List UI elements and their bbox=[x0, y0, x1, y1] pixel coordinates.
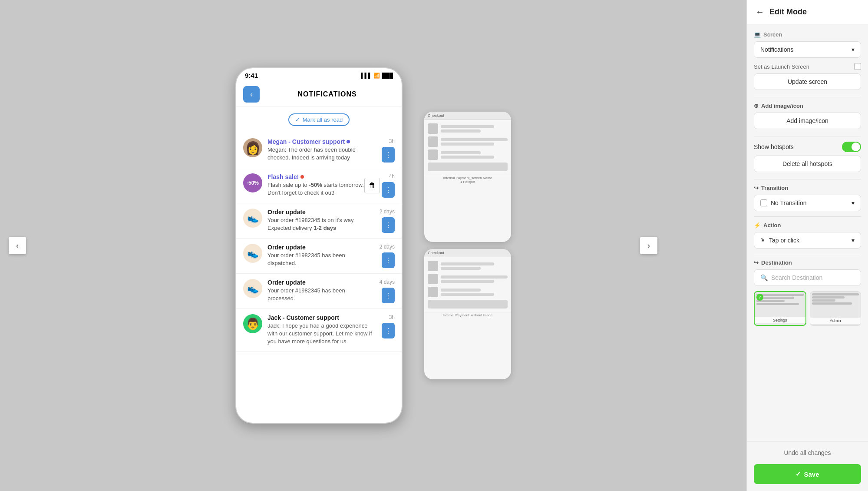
right-panel-back-button[interactable]: ← bbox=[756, 7, 764, 17]
launch-screen-checkbox[interactable] bbox=[854, 63, 861, 70]
screen-section-label: 💻 Screen bbox=[754, 31, 861, 38]
notif-sender-jack: Jack - Customer support bbox=[267, 314, 376, 321]
notification-item-order2: 👟 Order update Your order #1982345 has b… bbox=[236, 239, 402, 274]
phone-mockup-primary: 9:41 ▌▌▌ 📶 ███ ‹ NOTIFICATIONS ✓ Mark al… bbox=[235, 67, 403, 424]
notification-item-order3: 👟 Order update Your order #1982345 has b… bbox=[236, 274, 402, 309]
action-label-text: Action bbox=[763, 222, 781, 229]
secondary-phone-2-content bbox=[424, 257, 511, 312]
search-destination-input[interactable]: 🔍 Search Destination bbox=[754, 269, 861, 286]
notif-text-megan: Megan: The order has been double checked… bbox=[267, 146, 376, 162]
shoe-icon-3: 👟 bbox=[247, 283, 259, 294]
status-time: 9:41 bbox=[245, 72, 258, 79]
screen-label-text: Screen bbox=[763, 31, 782, 38]
notif-menu-button-megan[interactable]: ⋮ bbox=[382, 147, 395, 163]
dest-thumb-check-icon: ✓ bbox=[756, 294, 763, 301]
notifications-list: 👩 Megan - Customer support Megan: The or… bbox=[236, 133, 402, 424]
notif-text-order1: Your order #1982345 is on it's way. Expe… bbox=[267, 216, 374, 232]
transition-chevron-icon: ▾ bbox=[851, 199, 855, 206]
screen-dropdown-value: Notifications bbox=[760, 46, 793, 53]
flash-sale-label: Flash sale! bbox=[267, 173, 299, 180]
plus-circle-icon: ⊕ bbox=[754, 103, 759, 109]
action-dropdown[interactable]: 🖱 Tap or click ▾ bbox=[754, 232, 861, 249]
notif-menu-button-order3[interactable]: ⋮ bbox=[382, 288, 395, 303]
action-section-label: ⚡ Action bbox=[754, 222, 861, 229]
shoe-icon-2: 👟 bbox=[247, 248, 259, 259]
secondary-phone-1[interactable]: Checkout bbox=[424, 112, 511, 242]
status-icons: ▌▌▌ 📶 ███ bbox=[361, 73, 393, 79]
secondary-phone-1-label: Checkout bbox=[424, 112, 511, 120]
save-button[interactable]: ✓ Save bbox=[754, 464, 861, 484]
phone-back-button[interactable]: ‹ bbox=[243, 86, 260, 103]
no-transition-checkbox bbox=[760, 199, 767, 206]
dest-thumb-admin-content bbox=[810, 292, 861, 306]
notif-sender-order3: Order update bbox=[267, 279, 374, 286]
right-panel: ← Edit Mode 💻 Screen Notifications ▾ Set… bbox=[746, 0, 868, 491]
chevron-down-icon: ▾ bbox=[851, 46, 855, 53]
mark-all-read-label: Mark all as read bbox=[303, 116, 343, 123]
secondary-phone-2[interactable]: Checkout bbox=[424, 249, 511, 379]
notif-menu-button-jack[interactable]: ⋮ bbox=[382, 323, 395, 338]
delete-overlay-button[interactable]: 🗑 bbox=[364, 178, 380, 193]
notif-sender-megan: Megan - Customer support bbox=[267, 138, 376, 145]
transition-dropdown[interactable]: No Transition ▾ bbox=[754, 195, 861, 211]
cursor-icon: 🖱 bbox=[760, 237, 766, 243]
divider-4 bbox=[754, 216, 861, 217]
notification-item-order1: 👟 Order update Your order #1982345 is on… bbox=[236, 203, 402, 239]
wifi-icon: 📶 bbox=[373, 73, 380, 79]
jack-face-icon: 👨 bbox=[246, 317, 260, 331]
battery-icon: ███ bbox=[382, 73, 393, 79]
divider-3 bbox=[754, 179, 861, 179]
secondary-phone-1-hotspot-label: Internal Payment_screen Name1 Hotspot bbox=[424, 175, 511, 185]
sale-label: -50% bbox=[247, 180, 259, 186]
transition-dropdown-value: No Transition bbox=[771, 199, 806, 206]
dest-thumb-settings[interactable]: ✓ Settings bbox=[754, 291, 806, 326]
destination-icon: ↪ bbox=[754, 259, 759, 266]
notification-item-jack: 👨 Jack - Customer support Jack: I hope y… bbox=[236, 309, 402, 352]
undo-button[interactable]: Undo all changes bbox=[754, 445, 861, 461]
notif-menu-button-order2[interactable]: ⋮ bbox=[382, 252, 395, 268]
notification-item-flash-sale: -50% Flash sale! Flash sale up to -50% s… bbox=[236, 168, 402, 203]
notif-content-order3: Order update Your order #1982345 has bee… bbox=[267, 279, 374, 302]
phone-screen-title: NOTIFICATIONS bbox=[260, 90, 395, 98]
megan-avatar: 👩 bbox=[243, 138, 262, 157]
notif-content-order1: Order update Your order #1982345 is on i… bbox=[267, 209, 374, 232]
flash-sale-avatar: -50% bbox=[243, 173, 262, 192]
destination-thumbnails: ✓ Settings Admin bbox=[754, 291, 861, 326]
signal-icon: ▌▌▌ bbox=[361, 73, 372, 79]
prev-screen-arrow[interactable]: ‹ bbox=[9, 237, 26, 254]
launch-screen-label: Set as Launch Screen bbox=[754, 63, 809, 70]
right-panel-footer: Undo all changes ✓ Save bbox=[747, 441, 868, 491]
phone-header: ‹ NOTIFICATIONS bbox=[236, 83, 402, 106]
notif-sender-order1: Order update bbox=[267, 209, 374, 216]
divider-1 bbox=[754, 97, 861, 97]
notif-sender-flash-sale: Flash sale! bbox=[267, 173, 376, 180]
save-label: Save bbox=[804, 471, 819, 478]
dest-thumb-settings-label: Settings bbox=[755, 317, 805, 323]
megan-face-icon: 👩 bbox=[245, 141, 261, 155]
show-hotspots-label: Show hotspots bbox=[754, 143, 794, 150]
next-screen-arrow[interactable]: › bbox=[640, 237, 657, 254]
order1-avatar: 👟 bbox=[243, 209, 262, 228]
shoe-icon: 👟 bbox=[247, 212, 259, 224]
notif-menu-button-order1[interactable]: ⋮ bbox=[382, 217, 395, 233]
add-image-button[interactable]: Add image/icon bbox=[754, 113, 861, 129]
notif-time-megan: 3h bbox=[389, 138, 395, 144]
right-panel-header: ← Edit Mode bbox=[747, 0, 868, 24]
action-chevron-icon: ▾ bbox=[851, 237, 855, 244]
update-screen-button[interactable]: Update screen bbox=[754, 73, 861, 90]
add-image-section-label: ⊕ Add image/icon bbox=[754, 103, 861, 109]
screen-dropdown[interactable]: Notifications ▾ bbox=[754, 41, 861, 58]
notif-content-flash-sale: Flash sale! Flash sale up to -50% starts… bbox=[267, 173, 376, 197]
search-icon: 🔍 bbox=[760, 274, 768, 281]
notif-content-order2: Order update Your order #1982345 has bee… bbox=[267, 244, 374, 267]
save-check-icon: ✓ bbox=[795, 470, 801, 478]
show-hotspots-row: Show hotspots bbox=[754, 142, 861, 152]
show-hotspots-toggle[interactable] bbox=[842, 142, 861, 152]
delete-hotspots-button[interactable]: Delete all hotspots bbox=[754, 156, 861, 172]
dest-thumb-admin[interactable]: Admin bbox=[810, 291, 861, 326]
notif-text-order3: Your order #1982345 has been processed. bbox=[267, 287, 374, 302]
notif-menu-button-flash-sale[interactable]: ⋮ bbox=[382, 182, 395, 198]
flash-sale-unread-dot bbox=[300, 175, 304, 179]
transition-label-text: Transition bbox=[761, 185, 788, 191]
mark-all-read-button[interactable]: ✓ Mark all as read bbox=[288, 113, 350, 126]
